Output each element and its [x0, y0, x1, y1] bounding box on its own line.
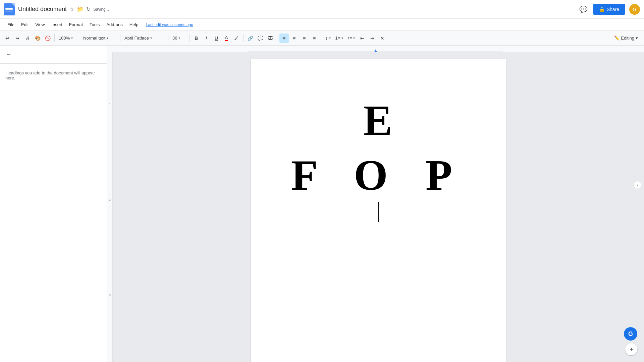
- menu-help[interactable]: Help: [126, 21, 142, 28]
- line-spacing-icon: ↕: [325, 36, 328, 41]
- align-justify-button[interactable]: ≡: [310, 34, 319, 43]
- link-button[interactable]: 🔗: [246, 34, 255, 43]
- align-left-button[interactable]: ≡: [279, 34, 289, 43]
- comment-button[interactable]: 💬: [578, 4, 589, 15]
- toolbar-divider-4: [168, 34, 168, 42]
- paint-format-button[interactable]: 🎨: [33, 34, 42, 43]
- ruler-tab-marker: [374, 49, 377, 52]
- sidebar-headings-hint: Headings you add to the document will ap…: [0, 64, 107, 87]
- toolbar-divider-3: [120, 34, 120, 42]
- star-icon[interactable]: ☆: [69, 6, 74, 12]
- main-layout: ← Headings you add to the document will …: [0, 46, 644, 362]
- lock-icon: 🔒: [599, 7, 605, 12]
- font-caret-icon: ▾: [150, 36, 152, 40]
- document-text-line1[interactable]: E: [275, 97, 482, 144]
- zoom-caret-icon: ▾: [71, 36, 73, 40]
- left-ruler: 1 2 3 4 5 6: [107, 52, 113, 362]
- menu-view[interactable]: View: [32, 21, 48, 28]
- sidebar: ← Headings you add to the document will …: [0, 46, 107, 362]
- document-content: E F O P: [275, 83, 482, 222]
- toolbar-divider-2: [79, 34, 79, 42]
- bold-button[interactable]: B: [192, 34, 201, 43]
- toolbar-divider-6: [243, 34, 244, 42]
- style-dropdown[interactable]: Normal text ▾: [81, 34, 118, 43]
- ruler: [107, 46, 644, 52]
- print-button[interactable]: 🖨: [23, 34, 32, 43]
- bottom-right-actions: G ✦: [624, 327, 637, 355]
- editing-mode-button[interactable]: ✏️ Editing ▾: [611, 34, 641, 42]
- ordered-list-icon: 1≡: [335, 36, 340, 41]
- doc-icon: [4, 3, 15, 15]
- redo-button[interactable]: ↪: [13, 34, 22, 43]
- style-caret-icon: ▾: [107, 36, 108, 40]
- align-center-button[interactable]: ≡: [289, 34, 299, 43]
- toolbar-divider-1: [54, 34, 55, 42]
- menu-edit[interactable]: Edit: [18, 21, 32, 28]
- sidebar-header: ←: [0, 46, 107, 64]
- menu-addons[interactable]: Add-ons: [103, 21, 126, 28]
- last-edit-text[interactable]: Last edit was seconds ago: [146, 22, 193, 27]
- doc-scroll-area: 1 2 3 4 5 6 E F O P: [107, 52, 644, 362]
- size-caret-icon: ▾: [178, 36, 180, 40]
- menu-bar: File Edit View Insert Format Tools Add-o…: [0, 19, 644, 31]
- gemini-button[interactable]: G: [624, 327, 637, 341]
- toolbar-divider-8: [321, 34, 321, 42]
- clear-formatting-button[interactable]: ✕: [378, 34, 387, 43]
- line-spacing-caret-icon: ▾: [329, 36, 331, 40]
- document-title[interactable]: Untitled document: [18, 6, 67, 13]
- indent-increase-button[interactable]: ⇥: [368, 34, 377, 43]
- toolbar-divider-7: [277, 34, 277, 42]
- align-right-button[interactable]: ≡: [300, 34, 309, 43]
- document-area[interactable]: E F O P: [113, 52, 644, 362]
- menu-format[interactable]: Format: [66, 21, 86, 28]
- italic-button[interactable]: I: [202, 34, 211, 43]
- editing-mode-caret-icon: ▾: [636, 36, 638, 41]
- text-color-icon: A: [225, 35, 228, 41]
- sidebar-back-button[interactable]: ←: [4, 50, 13, 59]
- pencil-icon: ✏️: [614, 36, 620, 41]
- menu-insert[interactable]: Insert: [48, 21, 66, 28]
- user-avatar[interactable]: G: [629, 4, 640, 15]
- text-cursor: [378, 202, 379, 222]
- ordered-list-caret-icon: ▾: [341, 36, 343, 40]
- font-dropdown[interactable]: Abril Fatface ▾: [122, 34, 166, 43]
- title-bar: Untitled document ☆ 📁 ↻ Saving... 💬 🔒 Sh…: [0, 0, 644, 19]
- unordered-list-icon: •≡: [348, 36, 352, 41]
- share-button[interactable]: 🔒 Share: [593, 4, 625, 15]
- indent-decrease-button[interactable]: ⇤: [358, 34, 367, 43]
- document-wrapper: 1 2 3 4 5 6 E F O P: [107, 46, 644, 362]
- document-page[interactable]: E F O P: [251, 59, 506, 362]
- undo-button[interactable]: ↩: [3, 34, 12, 43]
- image-button[interactable]: 🖼: [266, 34, 275, 43]
- expand-panel-button[interactable]: ›: [633, 181, 641, 189]
- title-actions: 💬 🔒 Share G: [578, 4, 640, 15]
- font-size-dropdown[interactable]: 36 ▾: [170, 34, 187, 43]
- highlight-button[interactable]: 🖊: [232, 34, 241, 43]
- ordered-list-dropdown[interactable]: 1≡ ▾: [333, 34, 345, 43]
- cloud-save-icon: ↻: [86, 6, 91, 12]
- zoom-dropdown[interactable]: 100% ▾: [57, 34, 77, 43]
- line-spacing-dropdown[interactable]: ↕ ▾: [323, 34, 333, 43]
- text-color-button[interactable]: A: [222, 34, 231, 43]
- ruler-marks: [248, 46, 503, 52]
- folder-icon[interactable]: 📁: [77, 6, 84, 12]
- unordered-list-dropdown[interactable]: •≡ ▾: [346, 34, 357, 43]
- document-text-line2[interactable]: F O P: [275, 151, 482, 199]
- clear-format-button[interactable]: 🚫: [43, 34, 52, 43]
- toolbar-divider-5: [189, 34, 190, 42]
- toolbar: ↩ ↪ 🖨 🎨 🚫 100% ▾ Normal text ▾ Abril Fat…: [0, 31, 644, 46]
- highlight-icon: 🖊: [234, 36, 239, 41]
- sparkle-button[interactable]: ✦: [625, 343, 637, 355]
- unordered-list-caret-icon: ▾: [353, 36, 355, 40]
- underline-button[interactable]: U: [212, 34, 221, 43]
- menu-tools[interactable]: Tools: [86, 21, 103, 28]
- menu-file[interactable]: File: [4, 21, 18, 28]
- comment-inline-button[interactable]: 💬: [256, 34, 265, 43]
- saving-status: Saving...: [93, 7, 109, 12]
